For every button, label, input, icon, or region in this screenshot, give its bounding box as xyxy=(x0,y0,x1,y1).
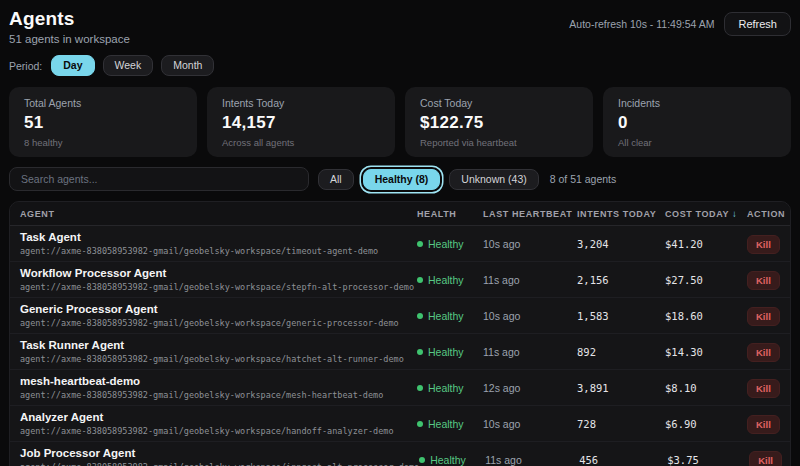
kill-button[interactable]: Kill xyxy=(749,451,782,466)
action-cell: Kill xyxy=(747,378,780,398)
stat-value: 0 xyxy=(618,113,776,133)
agent-uri: agent://axme-838058953982-gmail/geobelsk… xyxy=(20,389,417,401)
agent-name: Workflow Processor Agent xyxy=(20,266,417,280)
stat-card-cost-today: Cost Today $122.75 Reported via heartbea… xyxy=(405,87,593,157)
health-dot-icon xyxy=(417,277,423,283)
agent-name: Generic Processor Agent xyxy=(20,302,417,316)
agent-cell: Task Agent agent://axme-838058953982-gma… xyxy=(20,230,417,257)
period-label: Period: xyxy=(9,60,42,72)
health-dot-icon xyxy=(417,241,423,247)
stat-label: Intents Today xyxy=(222,97,380,109)
filter-row: All Healthy (8) Unknown (43) 8 of 51 age… xyxy=(9,167,791,191)
agents-dashboard: Agents 51 agents in workspace Auto-refre… xyxy=(0,0,800,466)
kill-button[interactable]: Kill xyxy=(747,379,780,398)
column-header-agent[interactable]: Agent xyxy=(20,209,417,219)
last-heartbeat: 10s ago xyxy=(483,310,577,322)
stat-label: Cost Today xyxy=(420,97,578,109)
period-month-button[interactable]: Month xyxy=(161,55,214,76)
kill-button[interactable]: Kill xyxy=(747,307,780,326)
agent-name: Analyzer Agent xyxy=(20,410,417,424)
health-label: Healthy xyxy=(428,382,464,394)
health-status: Healthy xyxy=(417,346,483,358)
last-heartbeat: 11s ago xyxy=(483,346,577,358)
health-dot-icon xyxy=(417,421,423,427)
search-input[interactable] xyxy=(9,167,309,191)
intents-today: 3,204 xyxy=(577,238,665,250)
action-cell: Kill xyxy=(747,306,780,326)
agent-cell: mesh-heartbeat-demo agent://axme-8380589… xyxy=(20,374,417,401)
table-row: Task Runner Agent agent://axme-838058953… xyxy=(10,333,790,369)
agent-uri: agent://axme-838058953982-gmail/geobelsk… xyxy=(20,245,417,257)
health-label: Healthy xyxy=(430,454,466,466)
health-dot-icon xyxy=(419,457,425,463)
kill-button[interactable]: Kill xyxy=(747,415,780,434)
topbar: Agents 51 agents in workspace Auto-refre… xyxy=(9,8,791,46)
period-day-button[interactable]: Day xyxy=(51,55,94,76)
intents-today: 1,583 xyxy=(577,310,665,322)
stat-sub: Reported via heartbeat xyxy=(420,137,578,148)
stat-value: 51 xyxy=(24,113,182,133)
agent-cell: Analyzer Agent agent://axme-838058953982… xyxy=(20,410,417,437)
table-row: mesh-heartbeat-demo agent://axme-8380589… xyxy=(10,369,790,405)
agent-name: Task Agent xyxy=(20,230,417,244)
action-cell: Kill xyxy=(747,342,780,362)
period-selector: Period: Day Week Month xyxy=(9,55,791,76)
column-header-cost-today[interactable]: Cost Today↓ xyxy=(665,208,747,219)
column-header-cost-today-label: Cost Today xyxy=(665,209,729,219)
filter-unknown-button[interactable]: Unknown (43) xyxy=(449,169,538,190)
title-block: Agents 51 agents in workspace xyxy=(9,8,130,46)
cost-today: $3.75 xyxy=(667,454,749,466)
agent-uri: agent://axme-838058953982-gmail/geobelsk… xyxy=(20,353,417,365)
stat-sub: All clear xyxy=(618,137,776,148)
agent-cell: Workflow Processor Agent agent://axme-83… xyxy=(20,266,417,293)
kill-button[interactable]: Kill xyxy=(747,235,780,254)
stat-value: $122.75 xyxy=(420,113,578,133)
period-week-button[interactable]: Week xyxy=(103,55,154,76)
refresh-button[interactable]: Refresh xyxy=(724,12,791,36)
kill-button[interactable]: Kill xyxy=(747,271,780,290)
health-dot-icon xyxy=(417,313,423,319)
intents-today: 456 xyxy=(579,454,667,466)
column-header-health[interactable]: Health xyxy=(417,209,483,219)
last-heartbeat: 11s ago xyxy=(485,454,579,466)
agent-name: mesh-heartbeat-demo xyxy=(20,374,417,388)
cost-today: $8.10 xyxy=(665,382,747,394)
column-header-last-heartbeat[interactable]: Last Heartbeat xyxy=(483,209,577,219)
health-status: Healthy xyxy=(417,418,483,430)
health-label: Healthy xyxy=(428,418,464,430)
cost-today: $41.20 xyxy=(665,238,747,250)
column-header-intents-today[interactable]: Intents Today xyxy=(577,209,665,219)
agent-count: 8 of 51 agents xyxy=(550,173,617,185)
stat-card-incidents: Incidents 0 All clear xyxy=(603,87,791,157)
table-row: Analyzer Agent agent://axme-838058953982… xyxy=(10,405,790,441)
stats-row: Total Agents 51 8 healthy Intents Today … xyxy=(9,87,791,157)
page-subtitle: 51 agents in workspace xyxy=(9,33,130,46)
sort-descending-icon: ↓ xyxy=(732,208,737,219)
action-cell: Kill xyxy=(747,414,780,434)
last-heartbeat: 10s ago xyxy=(483,238,577,250)
last-heartbeat: 12s ago xyxy=(483,382,577,394)
last-heartbeat: 11s ago xyxy=(483,274,577,286)
table-row: Workflow Processor Agent agent://axme-83… xyxy=(10,261,790,297)
agent-uri: agent://axme-838058953982-gmail/geobelsk… xyxy=(20,425,417,437)
agent-uri: agent://axme-838058953982-gmail/geobelsk… xyxy=(20,281,417,293)
health-label: Healthy xyxy=(428,310,464,322)
filter-healthy-button[interactable]: Healthy (8) xyxy=(363,169,441,190)
health-status: Healthy xyxy=(417,382,483,394)
agent-uri: agent://axme-838058953982-gmail/geobelsk… xyxy=(20,461,419,466)
column-header-action[interactable]: Action xyxy=(747,209,780,219)
intents-today: 2,156 xyxy=(577,274,665,286)
action-cell: Kill xyxy=(747,270,780,290)
health-dot-icon xyxy=(417,349,423,355)
health-label: Healthy xyxy=(428,274,464,286)
health-label: Healthy xyxy=(428,346,464,358)
table-row: Task Agent agent://axme-838058953982-gma… xyxy=(10,226,790,261)
filter-all-button[interactable]: All xyxy=(318,169,354,190)
cost-today: $18.60 xyxy=(665,310,747,322)
agent-name: Task Runner Agent xyxy=(20,338,417,352)
intents-today: 892 xyxy=(577,346,665,358)
intents-today: 3,891 xyxy=(577,382,665,394)
kill-button[interactable]: Kill xyxy=(747,343,780,362)
agent-cell: Job Processor Agent agent://axme-8380589… xyxy=(20,446,419,466)
stat-sub: 8 healthy xyxy=(24,137,182,148)
